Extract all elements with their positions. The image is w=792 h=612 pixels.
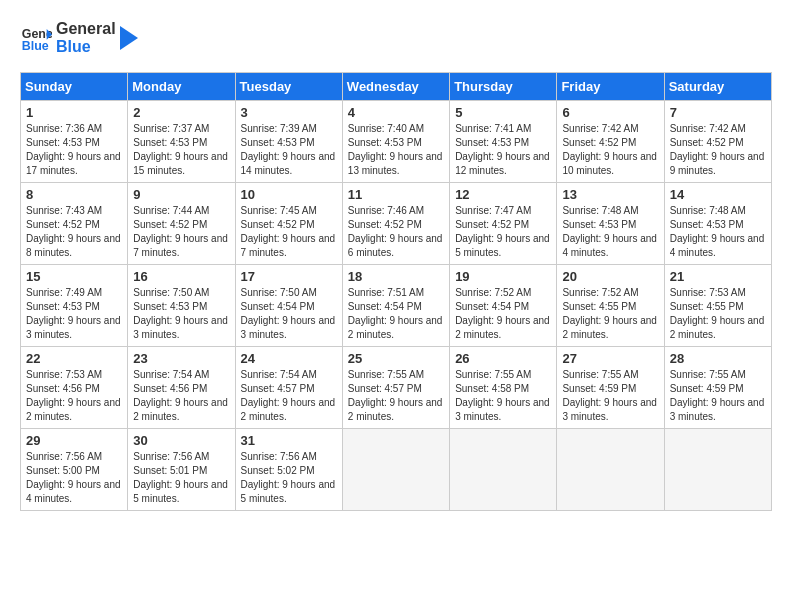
day-number: 11 bbox=[348, 187, 444, 202]
empty-cell bbox=[664, 429, 771, 511]
day-cell-22: 22 Sunrise: 7:53 AM Sunset: 4:56 PM Dayl… bbox=[21, 347, 128, 429]
day-cell-20: 20 Sunrise: 7:52 AM Sunset: 4:55 PM Dayl… bbox=[557, 265, 664, 347]
day-cell-3: 3 Sunrise: 7:39 AM Sunset: 4:53 PM Dayli… bbox=[235, 101, 342, 183]
day-number: 14 bbox=[670, 187, 766, 202]
day-cell-31: 31 Sunrise: 7:56 AM Sunset: 5:02 PM Dayl… bbox=[235, 429, 342, 511]
day-info: Sunrise: 7:41 AM Sunset: 4:53 PM Dayligh… bbox=[455, 122, 551, 178]
day-info: Sunrise: 7:42 AM Sunset: 4:52 PM Dayligh… bbox=[670, 122, 766, 178]
day-number: 1 bbox=[26, 105, 122, 120]
day-number: 17 bbox=[241, 269, 337, 284]
day-info: Sunrise: 7:37 AM Sunset: 4:53 PM Dayligh… bbox=[133, 122, 229, 178]
day-number: 25 bbox=[348, 351, 444, 366]
day-number: 3 bbox=[241, 105, 337, 120]
day-info: Sunrise: 7:56 AM Sunset: 5:02 PM Dayligh… bbox=[241, 450, 337, 506]
week-row-5: 29 Sunrise: 7:56 AM Sunset: 5:00 PM Dayl… bbox=[21, 429, 772, 511]
day-number: 6 bbox=[562, 105, 658, 120]
day-cell-9: 9 Sunrise: 7:44 AM Sunset: 4:52 PM Dayli… bbox=[128, 183, 235, 265]
day-cell-5: 5 Sunrise: 7:41 AM Sunset: 4:53 PM Dayli… bbox=[450, 101, 557, 183]
day-number: 22 bbox=[26, 351, 122, 366]
day-number: 7 bbox=[670, 105, 766, 120]
calendar-table: SundayMondayTuesdayWednesdayThursdayFrid… bbox=[20, 72, 772, 511]
day-info: Sunrise: 7:52 AM Sunset: 4:55 PM Dayligh… bbox=[562, 286, 658, 342]
day-info: Sunrise: 7:45 AM Sunset: 4:52 PM Dayligh… bbox=[241, 204, 337, 260]
weekday-sunday: Sunday bbox=[21, 73, 128, 101]
logo-line1: General bbox=[56, 20, 116, 38]
weekday-tuesday: Tuesday bbox=[235, 73, 342, 101]
day-cell-21: 21 Sunrise: 7:53 AM Sunset: 4:55 PM Dayl… bbox=[664, 265, 771, 347]
day-info: Sunrise: 7:36 AM Sunset: 4:53 PM Dayligh… bbox=[26, 122, 122, 178]
day-cell-16: 16 Sunrise: 7:50 AM Sunset: 4:53 PM Dayl… bbox=[128, 265, 235, 347]
day-number: 13 bbox=[562, 187, 658, 202]
day-cell-7: 7 Sunrise: 7:42 AM Sunset: 4:52 PM Dayli… bbox=[664, 101, 771, 183]
logo-icon: General Blue bbox=[20, 22, 52, 54]
day-info: Sunrise: 7:56 AM Sunset: 5:00 PM Dayligh… bbox=[26, 450, 122, 506]
day-info: Sunrise: 7:52 AM Sunset: 4:54 PM Dayligh… bbox=[455, 286, 551, 342]
day-info: Sunrise: 7:40 AM Sunset: 4:53 PM Dayligh… bbox=[348, 122, 444, 178]
day-cell-30: 30 Sunrise: 7:56 AM Sunset: 5:01 PM Dayl… bbox=[128, 429, 235, 511]
day-info: Sunrise: 7:54 AM Sunset: 4:56 PM Dayligh… bbox=[133, 368, 229, 424]
day-cell-11: 11 Sunrise: 7:46 AM Sunset: 4:52 PM Dayl… bbox=[342, 183, 449, 265]
day-cell-26: 26 Sunrise: 7:55 AM Sunset: 4:58 PM Dayl… bbox=[450, 347, 557, 429]
page-header: General Blue General Blue bbox=[20, 20, 772, 56]
day-info: Sunrise: 7:50 AM Sunset: 4:53 PM Dayligh… bbox=[133, 286, 229, 342]
weekday-saturday: Saturday bbox=[664, 73, 771, 101]
day-number: 4 bbox=[348, 105, 444, 120]
day-cell-1: 1 Sunrise: 7:36 AM Sunset: 4:53 PM Dayli… bbox=[21, 101, 128, 183]
day-info: Sunrise: 7:43 AM Sunset: 4:52 PM Dayligh… bbox=[26, 204, 122, 260]
weekday-monday: Monday bbox=[128, 73, 235, 101]
day-number: 26 bbox=[455, 351, 551, 366]
day-number: 21 bbox=[670, 269, 766, 284]
day-number: 18 bbox=[348, 269, 444, 284]
weekday-friday: Friday bbox=[557, 73, 664, 101]
logo-line2: Blue bbox=[56, 38, 116, 56]
day-info: Sunrise: 7:48 AM Sunset: 4:53 PM Dayligh… bbox=[562, 204, 658, 260]
empty-cell bbox=[342, 429, 449, 511]
day-cell-15: 15 Sunrise: 7:49 AM Sunset: 4:53 PM Dayl… bbox=[21, 265, 128, 347]
day-info: Sunrise: 7:48 AM Sunset: 4:53 PM Dayligh… bbox=[670, 204, 766, 260]
day-number: 30 bbox=[133, 433, 229, 448]
weekday-thursday: Thursday bbox=[450, 73, 557, 101]
day-cell-14: 14 Sunrise: 7:48 AM Sunset: 4:53 PM Dayl… bbox=[664, 183, 771, 265]
day-number: 2 bbox=[133, 105, 229, 120]
calendar-body: 1 Sunrise: 7:36 AM Sunset: 4:53 PM Dayli… bbox=[21, 101, 772, 511]
logo-arrow-icon bbox=[120, 20, 140, 56]
day-number: 9 bbox=[133, 187, 229, 202]
day-info: Sunrise: 7:55 AM Sunset: 4:57 PM Dayligh… bbox=[348, 368, 444, 424]
day-cell-10: 10 Sunrise: 7:45 AM Sunset: 4:52 PM Dayl… bbox=[235, 183, 342, 265]
day-cell-28: 28 Sunrise: 7:55 AM Sunset: 4:59 PM Dayl… bbox=[664, 347, 771, 429]
day-number: 24 bbox=[241, 351, 337, 366]
day-info: Sunrise: 7:54 AM Sunset: 4:57 PM Dayligh… bbox=[241, 368, 337, 424]
svg-text:Blue: Blue bbox=[22, 39, 49, 53]
day-info: Sunrise: 7:44 AM Sunset: 4:52 PM Dayligh… bbox=[133, 204, 229, 260]
day-info: Sunrise: 7:53 AM Sunset: 4:56 PM Dayligh… bbox=[26, 368, 122, 424]
day-number: 8 bbox=[26, 187, 122, 202]
week-row-3: 15 Sunrise: 7:49 AM Sunset: 4:53 PM Dayl… bbox=[21, 265, 772, 347]
day-number: 5 bbox=[455, 105, 551, 120]
day-info: Sunrise: 7:56 AM Sunset: 5:01 PM Dayligh… bbox=[133, 450, 229, 506]
svg-marker-3 bbox=[120, 26, 138, 50]
day-number: 28 bbox=[670, 351, 766, 366]
day-cell-19: 19 Sunrise: 7:52 AM Sunset: 4:54 PM Dayl… bbox=[450, 265, 557, 347]
day-cell-24: 24 Sunrise: 7:54 AM Sunset: 4:57 PM Dayl… bbox=[235, 347, 342, 429]
empty-cell bbox=[450, 429, 557, 511]
day-cell-18: 18 Sunrise: 7:51 AM Sunset: 4:54 PM Dayl… bbox=[342, 265, 449, 347]
day-number: 27 bbox=[562, 351, 658, 366]
day-cell-29: 29 Sunrise: 7:56 AM Sunset: 5:00 PM Dayl… bbox=[21, 429, 128, 511]
day-number: 20 bbox=[562, 269, 658, 284]
day-cell-6: 6 Sunrise: 7:42 AM Sunset: 4:52 PM Dayli… bbox=[557, 101, 664, 183]
day-info: Sunrise: 7:49 AM Sunset: 4:53 PM Dayligh… bbox=[26, 286, 122, 342]
day-number: 10 bbox=[241, 187, 337, 202]
day-cell-25: 25 Sunrise: 7:55 AM Sunset: 4:57 PM Dayl… bbox=[342, 347, 449, 429]
week-row-1: 1 Sunrise: 7:36 AM Sunset: 4:53 PM Dayli… bbox=[21, 101, 772, 183]
day-cell-12: 12 Sunrise: 7:47 AM Sunset: 4:52 PM Dayl… bbox=[450, 183, 557, 265]
day-cell-27: 27 Sunrise: 7:55 AM Sunset: 4:59 PM Dayl… bbox=[557, 347, 664, 429]
day-info: Sunrise: 7:55 AM Sunset: 4:59 PM Dayligh… bbox=[562, 368, 658, 424]
day-info: Sunrise: 7:39 AM Sunset: 4:53 PM Dayligh… bbox=[241, 122, 337, 178]
day-cell-23: 23 Sunrise: 7:54 AM Sunset: 4:56 PM Dayl… bbox=[128, 347, 235, 429]
weekday-header-row: SundayMondayTuesdayWednesdayThursdayFrid… bbox=[21, 73, 772, 101]
day-cell-8: 8 Sunrise: 7:43 AM Sunset: 4:52 PM Dayli… bbox=[21, 183, 128, 265]
day-number: 29 bbox=[26, 433, 122, 448]
day-number: 15 bbox=[26, 269, 122, 284]
day-info: Sunrise: 7:50 AM Sunset: 4:54 PM Dayligh… bbox=[241, 286, 337, 342]
week-row-4: 22 Sunrise: 7:53 AM Sunset: 4:56 PM Dayl… bbox=[21, 347, 772, 429]
